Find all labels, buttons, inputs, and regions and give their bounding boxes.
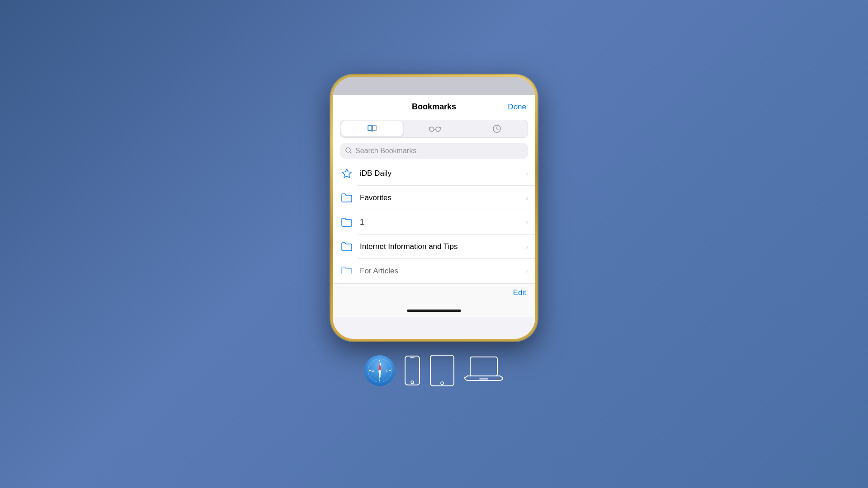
bookmarks-panel: Bookmarks Done	[333, 95, 535, 317]
iphone-device-icon[interactable]	[404, 355, 420, 386]
phone-inner: Bookmarks Done	[333, 77, 535, 339]
tab-bar	[340, 120, 528, 138]
safari-app-icon: N S E W	[364, 355, 395, 386]
svg-point-19	[411, 381, 414, 384]
home-bar	[407, 310, 461, 312]
search-icon	[345, 147, 352, 155]
ipad-device-icon[interactable]	[429, 354, 455, 387]
home-indicator	[333, 304, 535, 317]
item-label-1: 1	[360, 218, 526, 227]
phone-top-bar	[333, 77, 535, 95]
svg-rect-22	[470, 357, 497, 376]
search-container: Search Bookmarks	[340, 143, 528, 159]
done-button[interactable]: Done	[508, 103, 526, 112]
folder-icon	[340, 216, 354, 229]
bookmark-list: iDB Daily › Favorites ›	[333, 161, 535, 283]
item-label-articles: For Articles	[360, 267, 526, 276]
tab-reading-list[interactable]	[404, 120, 466, 137]
list-item[interactable]: iDB Daily ›	[333, 161, 535, 186]
folder-icon	[340, 240, 354, 253]
chevron-icon: ›	[526, 194, 528, 202]
glasses-icon	[429, 126, 441, 132]
macbook-icon	[464, 355, 504, 386]
bookmarks-header: Bookmarks Done	[333, 95, 535, 116]
svg-text:W: W	[372, 369, 375, 372]
search-bar[interactable]: Search Bookmarks	[340, 143, 528, 159]
svg-text:N: N	[378, 363, 381, 366]
star-icon	[340, 167, 354, 180]
tab-history[interactable]	[466, 120, 528, 137]
list-item[interactable]: 1 ›	[333, 210, 535, 235]
folder-icon	[340, 191, 354, 205]
edit-button[interactable]: Edit	[513, 288, 526, 297]
item-label-internet: Internet Information and Tips	[360, 242, 526, 251]
list-item[interactable]: Favorites ›	[333, 186, 535, 210]
safari-icon-wrap[interactable]: N S E W	[364, 355, 395, 386]
chevron-icon: ›	[526, 267, 528, 275]
tab-bookmarks[interactable]	[341, 121, 403, 136]
phone-frame: Bookmarks Done	[330, 74, 538, 342]
chevron-icon: ›	[526, 243, 528, 250]
svg-text:S: S	[379, 375, 381, 378]
item-label-idb: iDB Daily	[360, 169, 526, 178]
bottom-icons: N S E W	[364, 354, 504, 387]
book-icon	[367, 125, 377, 133]
chevron-icon: ›	[526, 219, 528, 226]
folder-icon	[340, 264, 354, 278]
bookmarks-title: Bookmarks	[412, 102, 456, 112]
chevron-icon: ›	[526, 170, 528, 177]
svg-point-0	[429, 127, 434, 131]
iphone-icon	[404, 355, 420, 386]
svg-point-21	[441, 382, 443, 385]
bookmarks-footer: Edit	[333, 283, 535, 304]
svg-point-12	[379, 370, 381, 371]
svg-rect-23	[479, 378, 488, 380]
ipad-icon	[429, 354, 455, 387]
macbook-device-icon[interactable]	[464, 355, 504, 386]
phone-container: Bookmarks Done	[326, 74, 542, 387]
svg-text:E: E	[386, 369, 388, 372]
svg-point-1	[436, 127, 440, 131]
list-item[interactable]: Internet Information and Tips ›	[333, 235, 535, 259]
clock-icon	[492, 124, 501, 133]
svg-rect-20	[430, 355, 454, 386]
item-label-favorites: Favorites	[360, 193, 526, 202]
search-placeholder-text: Search Bookmarks	[355, 147, 416, 155]
list-item[interactable]: For Articles ›	[333, 259, 535, 283]
